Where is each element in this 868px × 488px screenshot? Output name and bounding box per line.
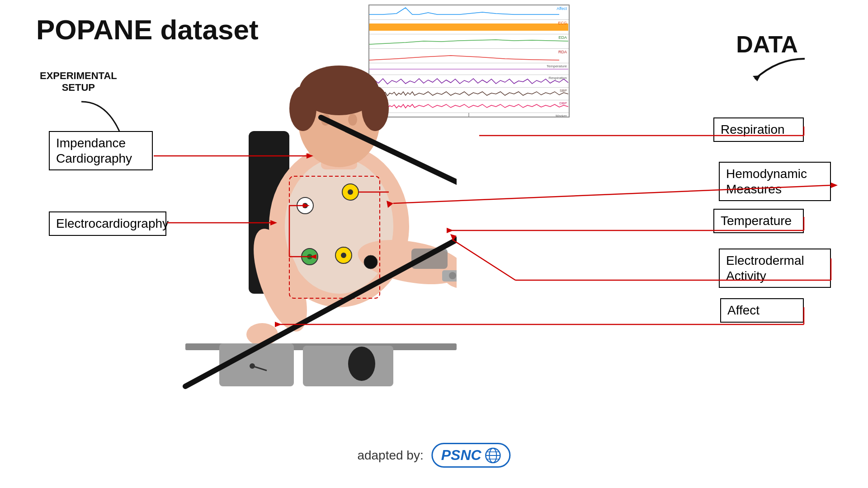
ecg-box: Electrocardiography xyxy=(49,211,166,236)
data-arrow-icon xyxy=(750,54,809,86)
psnc-logo: PSNC xyxy=(432,443,511,468)
svg-point-35 xyxy=(250,363,255,369)
adapted-by-label: adapted by: xyxy=(357,448,423,463)
psnc-logo-text: PSNC xyxy=(441,447,481,464)
respiration-box: Respiration xyxy=(713,117,804,142)
svg-point-37 xyxy=(348,347,375,381)
svg-point-7 xyxy=(285,158,393,294)
experimental-setup-label: EXPERIMENTALSETUP xyxy=(40,70,117,94)
svg-rect-36 xyxy=(303,346,393,386)
svg-point-31 xyxy=(449,272,456,279)
data-label: DATA xyxy=(736,31,798,58)
svg-point-14 xyxy=(348,114,357,126)
person-illustration xyxy=(149,45,457,398)
svg-line-58 xyxy=(452,239,515,280)
footer-adapted-by: adapted by: PSNC xyxy=(357,443,510,468)
svg-point-24 xyxy=(348,189,353,195)
page-title: POPANE dataset xyxy=(36,14,259,46)
svg-point-28 xyxy=(341,253,346,258)
affect-box: Affect xyxy=(720,298,804,323)
svg-marker-1 xyxy=(753,75,760,81)
hemodynamic-box: Hemodynamic Measures xyxy=(719,162,831,201)
svg-point-29 xyxy=(364,255,377,269)
globe-icon xyxy=(485,447,501,464)
svg-marker-54 xyxy=(831,183,838,188)
svg-point-11 xyxy=(289,86,316,131)
svg-point-12 xyxy=(362,86,389,131)
svg-rect-2 xyxy=(369,23,568,31)
impedance-cardiography-box: Impendance Cardiography xyxy=(49,131,153,170)
temperature-box: Temperature xyxy=(713,209,804,233)
electrodermal-box: Electrodermal Activity xyxy=(719,249,831,288)
